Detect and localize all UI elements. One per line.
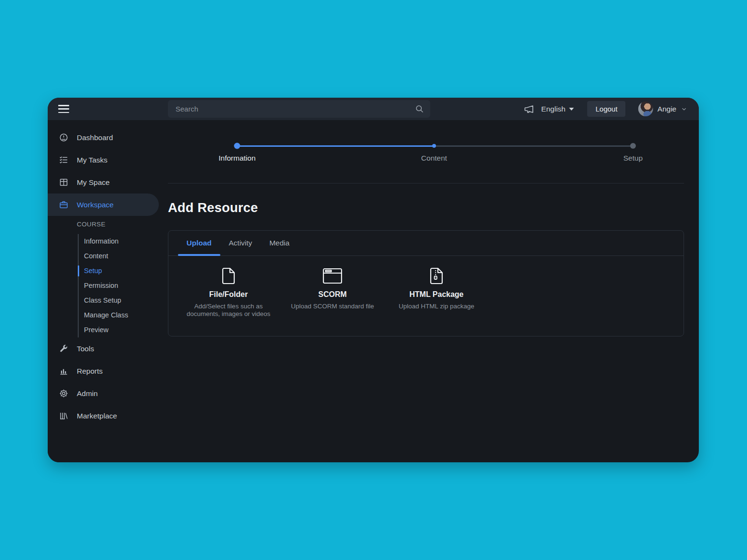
sidebar-item-dashboard[interactable]: Dashboard (48, 126, 160, 149)
sidebar-item-label: Admin (77, 389, 98, 398)
course-item-preview[interactable]: Preview (79, 323, 160, 337)
caret-down-icon (569, 108, 574, 111)
sidebar-item-tools[interactable]: Tools (48, 337, 160, 360)
browser-window-icon (322, 267, 342, 285)
sidebar-item-label: Workspace (77, 201, 114, 209)
sidebar: Dashboard My Tasks My Space (48, 120, 160, 462)
sidebar-item-label: My Tasks (77, 156, 107, 164)
step-dot-content[interactable] (432, 144, 436, 148)
course-section-label: COURSE (77, 220, 160, 229)
card-title: File/Folder (209, 290, 248, 299)
sidebar-item-label: Reports (77, 367, 103, 376)
course-item-content[interactable]: Content (79, 249, 160, 264)
sidebar-item-marketplace[interactable]: Marketplace (48, 405, 160, 427)
step-label-content: Content (421, 154, 447, 163)
gear-icon (59, 388, 69, 398)
library-icon (59, 411, 69, 421)
language-dropdown[interactable]: English (541, 105, 574, 113)
tab-media[interactable]: Media (261, 231, 298, 255)
step-label-information: Information (218, 154, 256, 163)
card-description: Add/Select files such as documents, imag… (181, 303, 276, 318)
card-title: HTML Package (409, 290, 464, 299)
grid-icon (59, 177, 69, 187)
megaphone-icon[interactable] (523, 103, 535, 115)
topbar-right: English Logout Angie (523, 98, 699, 120)
file-icon (221, 267, 236, 285)
step-dot-setup[interactable] (630, 143, 636, 149)
card-description: Upload SCORM standard file (291, 303, 374, 310)
tab-bar: Upload Activity Media (168, 231, 684, 256)
stepper-line-completed (237, 145, 434, 147)
sidebar-item-reports[interactable]: Reports (48, 360, 160, 382)
search-bar (168, 100, 430, 118)
sidebar-item-label: Dashboard (77, 133, 113, 142)
wrench-icon (59, 344, 69, 354)
sidebar-item-label: My Space (77, 178, 110, 187)
sidebar-item-label: Marketplace (77, 412, 117, 420)
page-title: Add Resource (168, 200, 684, 215)
course-submenu: Information Content Setup Permission Cla… (78, 234, 160, 337)
course-item-information[interactable]: Information (79, 234, 160, 249)
card-title: SCORM (318, 290, 347, 299)
user-menu[interactable]: Angie (638, 102, 687, 116)
sidebar-item-admin[interactable]: Admin (48, 382, 160, 405)
sidebar-item-workspace[interactable]: Workspace (48, 193, 159, 216)
step-dot-information[interactable] (234, 143, 240, 149)
card-description: Upload HTML zip package (399, 303, 475, 310)
card-scorm[interactable]: SCORM Upload SCORM standard file (280, 267, 384, 318)
main-content: Information Content Setup Add Resource U… (160, 120, 699, 462)
step-label-setup: Setup (623, 154, 643, 163)
gauge-icon (59, 132, 69, 143)
card-file-folder[interactable]: File/Folder Add/Select files such as doc… (176, 267, 280, 318)
sidebar-nav-bottom: Tools Reports Admin (48, 337, 160, 427)
search-icon (415, 104, 425, 114)
search-input[interactable] (168, 100, 430, 118)
tab-activity[interactable]: Activity (220, 231, 261, 255)
sidebar-item-label: Tools (77, 345, 94, 353)
topbar: English Logout Angie (48, 98, 699, 120)
user-name: Angie (657, 105, 676, 113)
course-item-permission[interactable]: Permission (79, 278, 160, 293)
resource-cards: File/Folder Add/Select files such as doc… (168, 256, 684, 318)
tab-upload[interactable]: Upload (178, 231, 220, 255)
sidebar-item-my-tasks[interactable]: My Tasks (48, 149, 160, 171)
language-label: English (541, 105, 566, 113)
zip-file-icon (429, 267, 444, 285)
task-list-icon (59, 155, 69, 165)
logout-button[interactable]: Logout (587, 101, 625, 117)
stepper-line-upcoming (434, 145, 633, 147)
app-window: English Logout Angie Dashboard (48, 98, 699, 462)
course-item-class-setup[interactable]: Class Setup (79, 293, 160, 308)
chevron-down-icon (681, 106, 687, 112)
hamburger-menu-icon[interactable] (58, 105, 69, 113)
sidebar-nav-top: Dashboard My Tasks My Space (48, 126, 160, 216)
sidebar-item-my-space[interactable]: My Space (48, 171, 160, 193)
bar-chart-icon (59, 366, 69, 376)
card-html-package[interactable]: HTML Package Upload HTML zip package (384, 267, 488, 318)
resource-tab-panel: Upload Activity Media File/Folder Add/Se… (168, 230, 684, 336)
briefcase-icon (59, 200, 69, 210)
course-item-manage-class[interactable]: Manage Class (79, 308, 160, 323)
course-item-setup[interactable]: Setup (79, 264, 160, 278)
stepper: Information Content Setup (168, 120, 684, 183)
avatar (638, 102, 653, 116)
